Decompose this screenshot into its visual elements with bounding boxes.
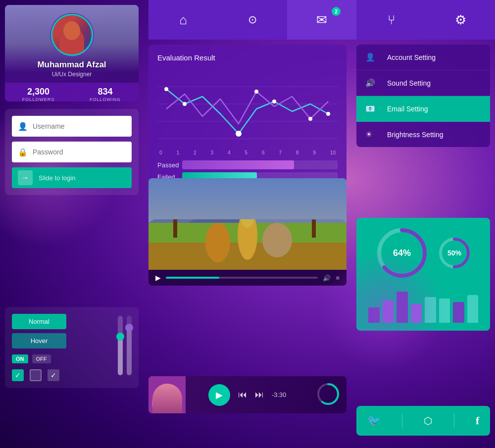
login-form: 👤 🔒 → Slide to login	[5, 109, 139, 195]
location-icon: ⊙	[248, 13, 257, 26]
svg-rect-28	[165, 386, 169, 395]
svg-rect-25	[148, 376, 186, 413]
menu-account-setting[interactable]: 👤 Account Setting	[356, 45, 490, 70]
following-label: FOLLOWING	[72, 97, 139, 101]
video-player: ▶ 🔊 ≡	[148, 178, 346, 286]
account-icon: 👤	[365, 52, 380, 62]
bar-4	[411, 304, 422, 323]
menu-brightness-setting[interactable]: ☀ Brightness Setting	[356, 122, 490, 147]
svg-rect-21	[173, 213, 177, 238]
video-controls: ▶ 🔊 ≡	[148, 270, 346, 286]
svg-point-18	[238, 210, 257, 260]
followers-count: 2,300	[5, 87, 72, 97]
bar-5	[425, 297, 436, 323]
bar-3	[396, 292, 408, 323]
circular-progress-panel: 64% 50%	[356, 218, 490, 331]
video-progress-fill	[166, 277, 219, 279]
email-icon: 📧	[365, 104, 380, 113]
svg-point-4	[164, 87, 168, 91]
svg-point-8	[326, 112, 330, 116]
bar-8	[467, 295, 479, 323]
email-setting-label: Email Setting	[387, 105, 428, 113]
following-stat: 834 FOLLOWING	[72, 87, 139, 101]
music-thumbnail	[148, 376, 186, 413]
passed-fill	[182, 160, 294, 169]
svg-marker-13	[188, 193, 287, 223]
facebook-icon[interactable]: f	[476, 414, 479, 427]
nav-messages[interactable]: 2 ✉	[287, 0, 356, 40]
svg-point-6	[236, 131, 242, 137]
svg-point-24	[306, 204, 322, 220]
circles-row: 64% 50%	[364, 226, 482, 280]
bar-chart	[364, 288, 482, 323]
account-setting-label: Account Setting	[387, 53, 436, 61]
big-circle-label: 64%	[393, 248, 411, 258]
slide-arrow-icon: →	[18, 170, 33, 185]
slider-2[interactable]	[127, 316, 132, 375]
big-circle-progress: 64%	[375, 226, 429, 280]
volume-icon[interactable]: 🔊	[323, 274, 331, 282]
passed-bar	[182, 160, 338, 169]
svg-point-27	[158, 389, 176, 411]
svg-marker-14	[248, 188, 346, 223]
chart-x-axis: 012345678910	[157, 150, 338, 155]
hover-button[interactable]: Hover	[12, 333, 66, 348]
bar-2	[383, 300, 394, 323]
prev-button[interactable]: ⏮	[238, 390, 247, 400]
home-icon: ⌂	[179, 12, 187, 28]
music-progress-ring	[316, 382, 341, 406]
checkbox-white[interactable]: ✓	[48, 369, 59, 381]
nav-settings[interactable]: ⚙	[426, 0, 495, 40]
social-divider-2	[454, 413, 454, 428]
video-progress-bar[interactable]	[166, 277, 318, 279]
profile-card: Muhammad Afzal Ui/Ux Designer 2,300 FOLL…	[5, 5, 139, 101]
slide-login-button[interactable]: → Slide to login	[12, 167, 132, 188]
brightness-icon: ☀	[365, 130, 380, 139]
top-navigation: ⌂ ⊙ 2 ✉ ⑂ ⚙	[148, 0, 495, 40]
share-icon[interactable]: ⬡	[424, 415, 432, 427]
username-row: 👤	[12, 116, 132, 137]
bar-7	[453, 302, 464, 323]
nav-home[interactable]: ⌂	[148, 0, 218, 40]
profile-name: Muhammad Afzal	[37, 60, 106, 70]
music-time: -3:30	[272, 391, 287, 398]
sound-setting-label: Sound Setting	[387, 79, 431, 87]
followers-stat: 2,300 FOLLOWERS	[5, 87, 72, 101]
message-badge: 2	[332, 7, 341, 16]
profile-role: Ui/Ux Designer	[52, 71, 92, 78]
nav-location[interactable]: ⊙	[218, 0, 287, 40]
following-count: 834	[72, 87, 139, 97]
username-input[interactable]	[33, 122, 126, 130]
settings-menu: 👤 Account Setting 🔊 Sound Setting 📧 Emai…	[356, 45, 490, 147]
slider-1[interactable]	[118, 316, 123, 375]
checkbox-teal[interactable]: ✓	[12, 369, 24, 381]
sound-icon: 🔊	[365, 78, 380, 88]
normal-button[interactable]: Normal	[12, 314, 66, 329]
svg-point-7	[272, 100, 276, 103]
lock-icon: 🔒	[18, 148, 28, 157]
svg-point-17	[205, 223, 230, 262]
next-button[interactable]: ⏭	[255, 390, 264, 400]
video-menu-icon[interactable]: ≡	[336, 274, 340, 282]
svg-rect-11	[148, 178, 346, 223]
twitter-icon[interactable]: 🐦	[367, 414, 381, 427]
small-circle-label: 50%	[447, 249, 461, 257]
video-thumbnail	[148, 178, 346, 270]
toggle-on[interactable]: ON	[12, 354, 28, 363]
nav-restaurant[interactable]: ⑂	[356, 0, 426, 40]
followers-label: FOLLOWERS	[5, 97, 72, 101]
brightness-setting-label: Brightness Setting	[387, 131, 444, 139]
menu-sound-setting[interactable]: 🔊 Sound Setting	[356, 70, 490, 96]
music-play-button[interactable]: ▶	[208, 384, 230, 406]
toggle-off[interactable]: OFF	[32, 354, 51, 363]
password-input[interactable]	[33, 148, 126, 156]
checkbox-empty[interactable]	[30, 369, 42, 381]
controls-panel: Normal Hover ON OFF ✓ ✓	[5, 307, 139, 388]
video-play-icon[interactable]: ▶	[155, 274, 161, 282]
svg-point-19	[262, 223, 292, 257]
bar-6	[439, 299, 450, 323]
menu-email-setting[interactable]: 📧 Email Setting	[356, 96, 490, 122]
svg-point-20	[240, 203, 255, 228]
password-row: 🔒	[12, 142, 132, 162]
bar-1	[368, 307, 380, 323]
